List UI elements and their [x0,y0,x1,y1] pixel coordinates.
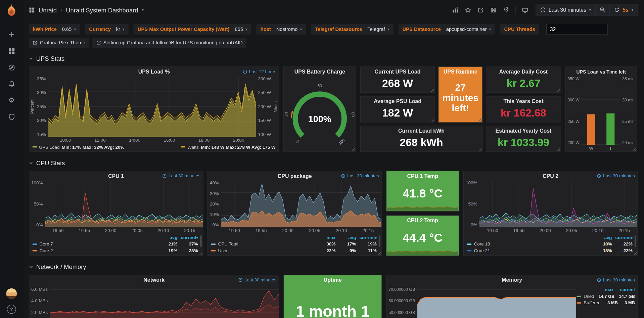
legend-scrollbar[interactable] [200,235,202,247]
x-axis: 10:0012:0014:0016:0018:0020:00 [48,137,256,143]
network-plot[interactable] [50,285,279,318]
user-avatar[interactable] [6,288,17,299]
legend-marker [467,243,471,245]
x-tick: 20:00 [221,138,256,143]
panel-uptime: Uptime 1 month 1 [283,275,382,318]
create-plus-icon[interactable] [4,28,19,41]
link-ups-monitoring-guide[interactable]: Setting up Grafana and InfluxDB for UPS … [92,38,246,48]
section-ups-stats[interactable]: UPS Stats [29,53,638,63]
cpu-package-plot[interactable] [221,181,381,227]
panel-title[interactable]: CPU 1 Temp [407,173,438,179]
dashboard-settings-button[interactable]: ⚙ [500,4,512,16]
panel-title[interactable]: UPS Battery Charge [294,69,345,75]
server-admin-shield-icon[interactable] [4,110,19,123]
legend-series-cpu-total[interactable]: CPU Total [211,241,315,246]
page-title[interactable]: Unraid System Dashboard [66,6,138,13]
variable-host[interactable]: hostNostromo▾ [257,24,306,35]
panel-title[interactable]: This Years Cost [503,98,543,104]
legend-scrollbar[interactable] [379,235,380,247]
y-tick: 100% [31,181,43,185]
cpu-stats-row: CPU 1 Last 30 minutes 100%50%0% 19:5019:… [29,171,638,256]
cycle-view-tv-button[interactable] [519,4,531,16]
legend-series-core18[interactable]: Core 18 [467,241,592,246]
navbar-actions: ⚙ Last 30 minutes ▾ 5s ▾ [450,4,638,16]
star-button[interactable] [462,4,474,16]
legend-header-avg[interactable]: avg [591,235,612,240]
panel-title[interactable]: Current UPS Load [375,69,421,75]
legend-series-core7[interactable]: Core 7 [33,241,157,246]
legend-table: max avg current▾ CPU Total 38% 17% 19% U… [208,234,381,256]
panel-title[interactable]: Current Load kWh [398,128,445,134]
panel-title[interactable]: CPU 2 Temp [407,217,438,223]
panel-title[interactable]: CPU 1 [108,173,124,179]
help-icon[interactable]: ? [7,305,16,314]
legend-header-current[interactable]: current▾ [177,235,198,240]
section-cpu-stats[interactable]: CPU Stats [29,158,638,168]
legend-row: Core 18 18% 22% [467,241,633,247]
link-grafana-plex-theme[interactable]: Grafana Plex Theme [29,38,89,48]
panel-title[interactable]: CPU 2 [543,173,558,179]
y-tick: 25% [37,104,46,109]
legend-header-current[interactable]: current▾ [356,235,377,240]
panel-title[interactable]: Memory [502,277,522,283]
panel-time-override: Last 30 minutes [341,173,379,178]
dashboards-grid-icon[interactable] [4,45,19,57]
y-axis-left: 100%50%0% [464,181,479,227]
refresh-button[interactable]: 5s ▾ [609,4,638,16]
panel-title[interactable]: Uptime [324,277,342,283]
legend-series-used[interactable]: Used [577,294,594,299]
panel-cpu-package: CPU package Last 30 minutes 40%30%20%10%… [208,171,382,256]
panel-title[interactable]: CPU package [278,173,312,179]
panel-title[interactable]: Estimated Yearly Cost [496,128,552,134]
variable-ups-max-power[interactable]: UPS Max Output Power Capacity (Watt)865▾ [134,24,251,35]
legend-row: Core 21 18% 22% [467,247,633,254]
legend-item-watts[interactable]: WattsMin: 148 W Max: 278 W Avg: 175 W [181,144,276,149]
cpu1-plot[interactable] [45,181,203,227]
breadcrumb-app[interactable]: Unraid [39,6,57,13]
ups-load-plot[interactable] [48,77,256,137]
cpu2-plot[interactable] [479,181,638,227]
variable-ups-datasource[interactable]: UPS Datasourceapcupsd-container▾ [398,24,495,35]
panel-title[interactable]: UPS Load vs Time left [576,69,626,74]
grafana-logo-icon[interactable] [4,3,19,18]
legend-series-core21[interactable]: Core 21 [467,248,592,253]
memory-plot[interactable] [417,285,576,318]
stat-value: kr 1033.99 [486,136,560,152]
legend-item-ups-load[interactable]: UPS LoadMin: 17% Max: 32% Avg: 20% [33,144,125,149]
legend-header-avg[interactable]: avg [157,235,177,240]
legend-header-avg[interactable]: avg [335,235,356,240]
y-tick: 250 W [258,90,271,95]
panel-title[interactable]: Average Daily Cost [499,69,548,75]
ups-bar-plot[interactable] [582,77,620,145]
alerting-bell-icon[interactable] [4,78,19,90]
time-range-picker[interactable]: Last 30 minutes ▾ [536,4,596,16]
cpu-threads-input[interactable] [546,24,608,35]
panel-title[interactable]: Network [143,277,165,283]
y-tick: 30% [37,90,46,95]
legend-series-buffered[interactable]: Buffered [577,300,600,305]
zoom-out-button[interactable] [595,4,610,16]
legend-header-max[interactable]: max [315,235,335,240]
panel-title[interactable]: Average PSU Load [374,98,421,104]
configuration-gear-icon[interactable]: ⚙ [4,94,19,106]
x-tick: 20:05 [558,228,585,233]
explore-compass-icon[interactable] [4,61,19,74]
legend-scrollbar[interactable] [635,235,636,247]
x-tick: 19:50 [45,228,71,233]
legend-series-user[interactable]: User [211,248,315,253]
x-tick: 20:15 [611,228,637,233]
section-network-memory[interactable]: Network / Memory [29,262,638,271]
variable-kwh-price[interactable]: kWh Price0.65▾ [29,24,80,35]
x-tick: 14:00 [118,138,152,143]
share-button[interactable] [475,4,487,16]
variable-telegraf-datasource[interactable]: Telegraf DatasourceTelegraf▾ [311,24,394,35]
legend-header-current[interactable]: current [613,287,635,292]
legend-series-core2[interactable]: Core 2 [33,248,157,253]
legend-header-max[interactable]: max [592,287,614,292]
save-button[interactable] [488,4,499,16]
variable-currency[interactable]: Currencykr▾ [85,24,129,35]
panel-title[interactable]: UPS Runtime [444,69,477,75]
legend-header-current[interactable]: current▾ [612,235,633,240]
panel-title[interactable]: UPS Load % [138,69,170,75]
add-panel-button[interactable] [450,4,461,16]
